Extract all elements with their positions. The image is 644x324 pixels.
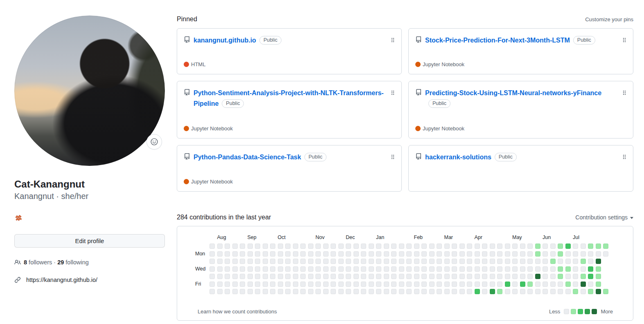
contribution-cell[interactable] [581,266,586,272]
contribution-cell[interactable] [452,282,457,287]
contribution-cell[interactable] [399,289,404,294]
contribution-cell[interactable] [444,274,450,279]
contribution-cell[interactable] [482,244,487,249]
contribution-cell[interactable] [482,266,487,272]
contribution-cell[interactable] [414,266,419,272]
contribution-cell[interactable] [414,289,419,294]
contribution-cell[interactable] [217,282,223,287]
contribution-cell[interactable] [270,266,275,272]
contribution-cell[interactable] [414,282,419,287]
contribution-cell[interactable] [490,259,495,264]
contribution-cell[interactable] [505,259,510,264]
contribution-cell[interactable] [543,251,548,257]
contribution-cell[interactable] [240,244,245,249]
contribution-cell[interactable] [467,274,472,279]
contribution-cell[interactable] [391,259,396,264]
contribution-cell[interactable] [323,244,329,249]
contribution-cell[interactable] [543,289,548,294]
contribution-cell[interactable] [475,282,480,287]
contribution-cell[interactable] [596,266,601,272]
contribution-cell[interactable] [452,266,457,272]
learn-contributions-link[interactable]: Learn how we count contributions [198,308,277,315]
contribution-cell[interactable] [452,274,457,279]
contribution-cell[interactable] [543,244,548,249]
contribution-cell[interactable] [354,259,359,264]
contribution-cell[interactable] [437,289,442,294]
repo-link[interactable]: Stock-Price-Prediction-For-Next-3Month-L… [425,37,570,44]
contribution-cell[interactable] [444,266,450,272]
contribution-cell[interactable] [512,266,518,272]
contribution-cell[interactable] [293,244,298,249]
contribution-cell[interactable] [558,244,563,249]
contribution-cell[interactable] [399,282,404,287]
contribution-cell[interactable] [490,244,495,249]
contribution-cell[interactable] [391,282,396,287]
contribution-cell[interactable] [535,282,540,287]
contribution-cell[interactable] [565,289,571,294]
contribution-cell[interactable] [354,282,359,287]
contribution-cell[interactable] [300,251,306,257]
contribution-cell[interactable] [588,266,593,272]
contribution-cell[interactable] [369,274,374,279]
contribution-cell[interactable] [581,289,586,294]
contribution-cell[interactable] [467,259,472,264]
avatar[interactable] [14,16,165,166]
contribution-cell[interactable] [475,289,480,294]
contribution-cell[interactable] [300,274,306,279]
contribution-cell[interactable] [209,251,215,257]
contribution-cell[interactable] [535,251,540,257]
contribution-cell[interactable] [437,244,442,249]
contribution-cell[interactable] [278,282,283,287]
contribution-cell[interactable] [535,244,540,249]
contribution-cell[interactable] [550,251,556,257]
contribution-cell[interactable] [209,282,215,287]
contribution-cell[interactable] [406,289,412,294]
contribution-cell[interactable] [384,244,389,249]
contribution-cell[interactable] [308,274,313,279]
contribution-cell[interactable] [490,274,495,279]
contribution-cell[interactable] [209,244,215,249]
contribution-cell[interactable] [558,282,563,287]
contribution-cell[interactable] [459,274,465,279]
contribution-cell[interactable] [391,251,396,257]
contribution-cell[interactable] [278,251,283,257]
contribution-cell[interactable] [255,282,260,287]
contribution-cell[interactable] [293,259,298,264]
contribution-cell[interactable] [369,289,374,294]
contribution-cell[interactable] [240,289,245,294]
contribution-cell[interactable] [565,251,571,257]
contribution-cell[interactable] [497,289,502,294]
contribution-cell[interactable] [323,266,329,272]
contribution-cell[interactable] [490,282,495,287]
contribution-cell[interactable] [565,274,571,279]
contribution-cell[interactable] [603,289,608,294]
contribution-cell[interactable] [315,266,321,272]
contribution-cell[interactable] [596,259,601,264]
contribution-cell[interactable] [588,244,593,249]
contribution-cell[interactable] [391,244,396,249]
contribution-cell[interactable] [603,244,608,249]
contribution-cell[interactable] [421,266,427,272]
contribution-cell[interactable] [437,259,442,264]
contribution-cell[interactable] [497,244,502,249]
contribution-cell[interactable] [497,274,502,279]
contribution-cell[interactable] [270,274,275,279]
contribution-cell[interactable] [527,274,533,279]
contribution-cell[interactable] [527,259,533,264]
contribution-cell[interactable] [354,289,359,294]
contribution-cell[interactable] [331,244,336,249]
contribution-cell[interactable] [573,244,578,249]
contribution-cell[interactable] [573,289,578,294]
contribution-cell[interactable] [255,274,260,279]
contribution-cell[interactable] [263,282,268,287]
edit-profile-button[interactable]: Edit profile [14,234,165,248]
contribution-cell[interactable] [505,274,510,279]
contribution-cell[interactable] [512,251,518,257]
contribution-cell[interactable] [217,251,223,257]
contribution-cell[interactable] [535,266,540,272]
contribution-cell[interactable] [346,244,351,249]
contribution-cell[interactable] [512,282,518,287]
contribution-cell[interactable] [467,289,472,294]
contribution-cell[interactable] [429,259,435,264]
contribution-cell[interactable] [475,274,480,279]
